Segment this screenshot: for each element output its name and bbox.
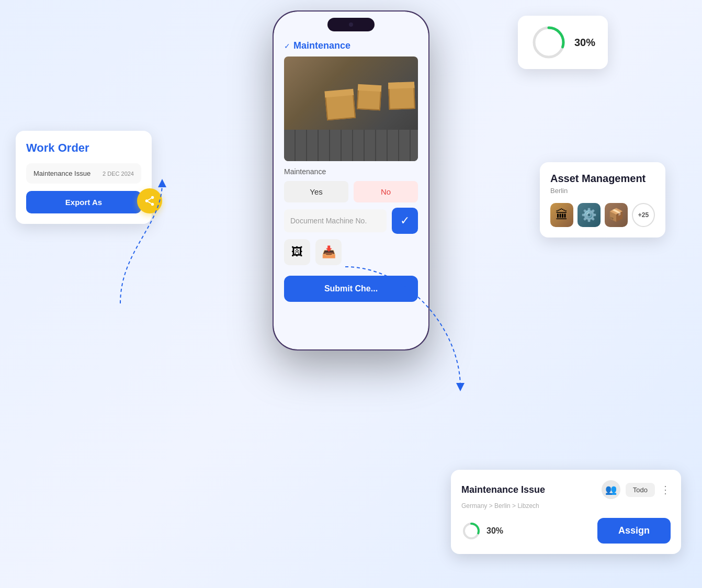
svg-point-1 — [145, 199, 149, 202]
work-order-date: 2 DEC 2024 — [103, 171, 134, 177]
svg-point-0 — [151, 196, 154, 199]
icon-row: 🖼 📥 — [284, 239, 418, 265]
work-order-label: Maintenance Issue — [33, 169, 90, 177]
asset-more-count: +25 — [632, 203, 655, 227]
yes-no-row: Yes No — [284, 181, 418, 202]
maintenance-section-title: Maintenance — [293, 40, 350, 51]
issue-bottom: 30% Assign — [461, 518, 671, 544]
upload-icon-button[interactable]: 📥 — [315, 239, 342, 265]
asset-thumbnails: 🏛 ⚙️ 📦 +25 — [550, 203, 655, 227]
yes-button[interactable]: Yes — [284, 181, 348, 202]
issue-header-right: 👥 Todo ⋮ — [602, 480, 671, 499]
work-order-row: Maintenance Issue 2 DEC 2024 — [26, 163, 141, 184]
chevron-down-icon: ✓ — [284, 42, 290, 50]
progress-percentage: 30% — [574, 37, 595, 49]
image-icon-button[interactable]: 🖼 — [284, 239, 310, 265]
phone-notch — [327, 18, 375, 31]
asset-thumb-3: 📦 — [605, 203, 628, 227]
more-options-button[interactable]: ⋮ — [660, 483, 671, 496]
no-button[interactable]: No — [354, 181, 418, 202]
svg-line-3 — [148, 201, 151, 203]
issue-progress: 30% — [461, 521, 503, 541]
work-order-title: Work Order — [26, 141, 141, 155]
issue-title: Maintenance Issue — [461, 484, 545, 495]
share-button[interactable] — [137, 188, 162, 213]
svg-line-4 — [148, 198, 151, 200]
conveyor-image — [284, 56, 418, 161]
issue-card-header: Maintenance Issue 👥 Todo ⋮ — [461, 480, 671, 499]
todo-badge[interactable]: Todo — [626, 483, 655, 497]
issue-card: Maintenance Issue 👥 Todo ⋮ Germany > Ber… — [451, 470, 681, 554]
issue-percentage: 30% — [486, 526, 503, 536]
progress-circle — [530, 24, 567, 61]
asset-thumb-2: ⚙️ — [578, 203, 601, 227]
document-input[interactable]: Document Machine No. — [284, 209, 387, 232]
progress-card: 30% — [518, 16, 608, 69]
export-button[interactable]: Export As — [26, 191, 141, 213]
document-row: Document Machine No. ✓ — [284, 208, 418, 234]
work-order-card: Work Order Maintenance Issue 2 DEC 2024 … — [16, 131, 152, 224]
maintenance-header: ✓ Maintenance — [284, 40, 418, 51]
issue-breadcrumb: Germany > Berlin > Libzech — [461, 502, 671, 510]
team-icon-button[interactable]: 👥 — [602, 480, 620, 499]
asset-thumb-1: 🏛 — [550, 203, 573, 227]
check-button[interactable]: ✓ — [392, 208, 418, 234]
svg-point-2 — [151, 203, 154, 206]
asset-card: Asset Management Berlin 🏛 ⚙️ 📦 +25 — [540, 162, 665, 238]
maintenance-label: Maintenance — [284, 167, 418, 176]
phone: ✓ Maintenance Maintenance Yes No Documen… — [273, 10, 429, 350]
asset-location: Berlin — [550, 187, 655, 195]
submit-button[interactable]: Submit Che... — [284, 276, 418, 302]
asset-title: Asset Management — [550, 173, 655, 185]
assign-button[interactable]: Assign — [597, 518, 671, 544]
